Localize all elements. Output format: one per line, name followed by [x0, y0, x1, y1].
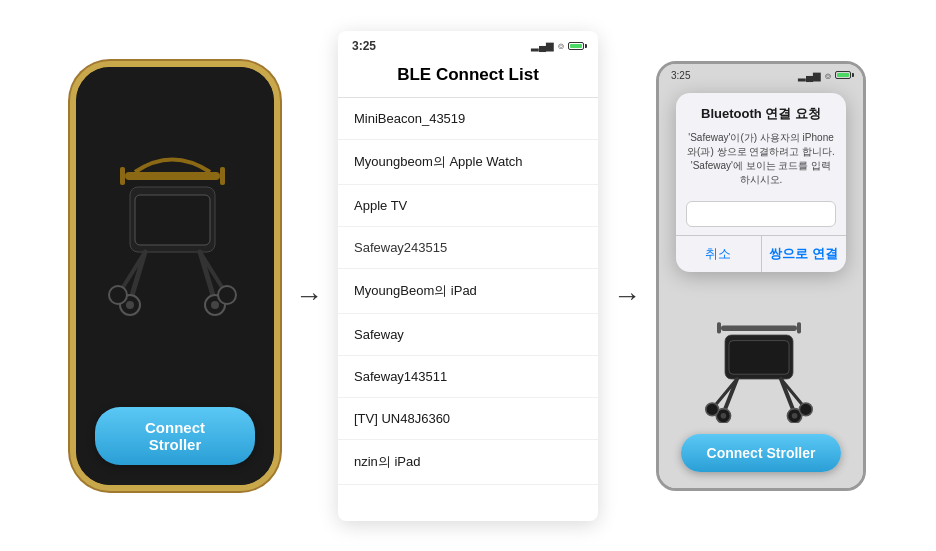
svg-rect-18 — [797, 322, 801, 333]
svg-rect-1 — [125, 172, 220, 180]
stroller-svg-1 — [100, 117, 250, 317]
ble-list: MiniBeacon_43519Myoungbeom의 Apple WatchA… — [338, 98, 598, 521]
phone1-notch — [140, 73, 210, 91]
svg-rect-17 — [717, 322, 721, 333]
ble-status-bar: 3:25 ▂▄▆ ⌾ — [338, 31, 598, 57]
ble-list-item[interactable]: Apple TV — [338, 185, 598, 227]
ble-list-item[interactable]: Myoungbeom의 Apple Watch — [338, 140, 598, 185]
connect-stroller-button-1[interactable]: Connect Stroller — [95, 407, 255, 465]
svg-rect-16 — [721, 325, 797, 331]
svg-rect-14 — [135, 195, 210, 245]
battery-icon — [568, 42, 584, 50]
phone1: Connect Stroller — [70, 61, 280, 491]
bluetooth-dialog: Bluetooth 연결 요청 'Safeway'이(가) 사용자의 iPhon… — [676, 93, 846, 272]
bt-dialog-buttons: 취소 쌍으로 연결 — [676, 235, 846, 272]
phone2-signal-icon: ▂▄▆ — [798, 70, 821, 81]
svg-point-11 — [211, 301, 219, 309]
svg-point-26 — [792, 413, 798, 419]
ble-list-item[interactable]: MyoungBeom의 iPad — [338, 269, 598, 314]
ble-list-item[interactable]: Safeway — [338, 314, 598, 356]
svg-rect-3 — [220, 167, 225, 185]
scene: Connect Stroller → 3:25 ▂▄▆ ⌾ BLE Connec… — [0, 0, 936, 551]
arrow-symbol-2: → — [613, 280, 641, 312]
svg-point-24 — [721, 413, 727, 419]
signal-icon: ▂▄▆ — [531, 40, 554, 51]
ble-panel: 3:25 ▂▄▆ ⌾ BLE Connect List MiniBeacon_4… — [338, 31, 598, 521]
phone2: 3:25 ▂▄▆ ⌾ Bluetooth 연결 요청 'Safeway'이(가)… — [656, 61, 866, 491]
arrow-symbol-1: → — [295, 280, 323, 312]
ble-list-item[interactable]: nzin의 iPad — [338, 440, 598, 485]
phone2-status-bar: 3:25 ▂▄▆ ⌾ — [659, 64, 863, 85]
ble-time: 3:25 — [352, 39, 376, 53]
svg-point-28 — [799, 403, 812, 416]
svg-rect-29 — [729, 340, 789, 374]
phone2-time: 3:25 — [671, 70, 690, 81]
svg-point-12 — [109, 286, 127, 304]
bt-confirm-button[interactable]: 쌍으로 연결 — [762, 236, 847, 272]
wifi-icon: ⌾ — [558, 40, 564, 51]
phone2-wifi-icon: ⌾ — [825, 70, 831, 81]
ble-list-item[interactable]: Safeway243515 — [338, 227, 598, 269]
phone2-screen: 3:25 ▂▄▆ ⌾ Bluetooth 연결 요청 'Safeway'이(가)… — [659, 64, 863, 488]
svg-point-9 — [126, 301, 134, 309]
bt-dialog-title: Bluetooth 연결 요청 — [676, 93, 846, 127]
stroller-image-1 — [100, 117, 250, 317]
arrow-1: → — [290, 280, 328, 312]
svg-point-13 — [218, 286, 236, 304]
ble-list-item[interactable]: MiniBeacon_43519 — [338, 98, 598, 140]
stroller-svg-2 — [701, 303, 821, 423]
phone2-status-icons: ▂▄▆ ⌾ — [798, 70, 851, 81]
ble-status-icons: ▂▄▆ ⌾ — [531, 40, 584, 51]
bt-cancel-button[interactable]: 취소 — [676, 236, 762, 272]
arrow-2: → — [608, 280, 646, 312]
svg-point-27 — [706, 403, 719, 416]
bt-dialog-input[interactable] — [686, 201, 836, 227]
ble-title: BLE Connect List — [338, 57, 598, 98]
phone1-screen: Connect Stroller — [76, 67, 274, 485]
svg-rect-2 — [120, 167, 125, 185]
bt-dialog-body: 'Safeway'이(가) 사용자의 iPhone와(과) 쌍으로 연결하려고 … — [676, 127, 846, 195]
phone2-battery-icon — [835, 71, 851, 79]
stroller-image-2 — [696, 298, 826, 428]
ble-list-item[interactable]: Safeway143511 — [338, 356, 598, 398]
connect-stroller-button-2[interactable]: Connect Stroller — [681, 434, 841, 472]
ble-list-item[interactable]: [TV] UN48J6360 — [338, 398, 598, 440]
